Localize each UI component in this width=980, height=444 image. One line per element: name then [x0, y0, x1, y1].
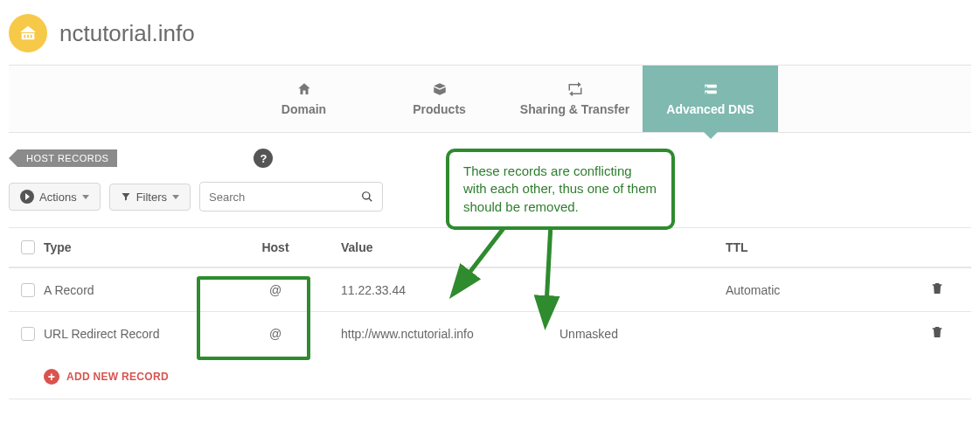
record-value[interactable]: 11.22.33.44	[341, 283, 560, 297]
home-icon	[295, 81, 313, 97]
actions-button[interactable]: Actions	[9, 183, 101, 211]
search-input[interactable]	[209, 191, 361, 204]
row-checkbox[interactable]	[21, 283, 35, 297]
record-value[interactable]: http://www.nctutorial.info	[341, 327, 560, 341]
record-host[interactable]: @	[210, 327, 341, 341]
record-extra: Unmasked	[560, 327, 726, 341]
box-icon	[431, 81, 448, 97]
plus-icon: +	[44, 369, 59, 385]
filters-button-label: Filters	[136, 191, 167, 204]
chevron-down-icon	[82, 195, 89, 199]
filters-button[interactable]: Filters	[109, 184, 191, 211]
section-badge: HOST RECORDS	[17, 149, 117, 167]
record-type[interactable]: A Record	[44, 283, 210, 297]
tab-sharing-label: Sharing & Transfer	[520, 102, 629, 116]
record-host[interactable]: @	[210, 283, 341, 297]
table-row: URL Redirect Record @ http://www.nctutor…	[9, 311, 971, 355]
tab-advanced-dns-label: Advanced DNS	[666, 102, 754, 116]
row-checkbox[interactable]	[21, 327, 35, 341]
trash-icon[interactable]	[930, 324, 944, 340]
site-logo-icon	[9, 14, 47, 52]
record-ttl[interactable]: Automatic	[726, 283, 900, 297]
record-type[interactable]: URL Redirect Record	[44, 327, 210, 341]
col-value-header: Value	[341, 240, 560, 254]
tab-products-label: Products	[413, 102, 466, 116]
share-icon	[566, 81, 584, 97]
col-ttl-header: TTL	[726, 240, 900, 254]
tab-bar: Domain Products Sharing & Transfer Advan…	[9, 65, 971, 133]
records-table: Type Host Value TTL A Record @ 11.22.33.…	[9, 227, 971, 399]
add-record-button[interactable]: + ADD NEW RECORD	[44, 369, 169, 385]
tab-domain-label: Domain	[281, 102, 326, 116]
tab-sharing[interactable]: Sharing & Transfer	[507, 66, 643, 132]
add-record-row: + ADD NEW RECORD	[9, 355, 971, 399]
col-host-header: Host	[210, 240, 341, 254]
tab-products[interactable]: Products	[372, 66, 507, 132]
actions-button-label: Actions	[39, 191, 77, 204]
domain-name-title: nctutorial.info	[59, 20, 195, 47]
section-chevron-icon	[9, 149, 17, 167]
tab-advanced-dns[interactable]: Advanced DNS	[643, 66, 778, 132]
select-all-checkbox[interactable]	[21, 240, 35, 254]
add-record-label: ADD NEW RECORD	[66, 371, 169, 383]
toolbar: Actions Filters	[9, 182, 971, 227]
search-icon	[361, 191, 373, 203]
play-icon	[20, 190, 34, 204]
chevron-down-icon	[172, 195, 179, 199]
funnel-icon	[121, 191, 131, 202]
col-type-header: Type	[44, 240, 210, 254]
page-header: nctutorial.info	[9, 9, 971, 65]
table-header-row: Type Host Value TTL	[9, 227, 971, 267]
table-row: A Record @ 11.22.33.44 Automatic	[9, 267, 971, 311]
tab-domain[interactable]: Domain	[236, 66, 372, 132]
server-icon	[702, 81, 719, 97]
trash-icon[interactable]	[930, 281, 944, 296]
search-field[interactable]	[199, 182, 383, 212]
help-icon[interactable]: ?	[254, 149, 273, 168]
